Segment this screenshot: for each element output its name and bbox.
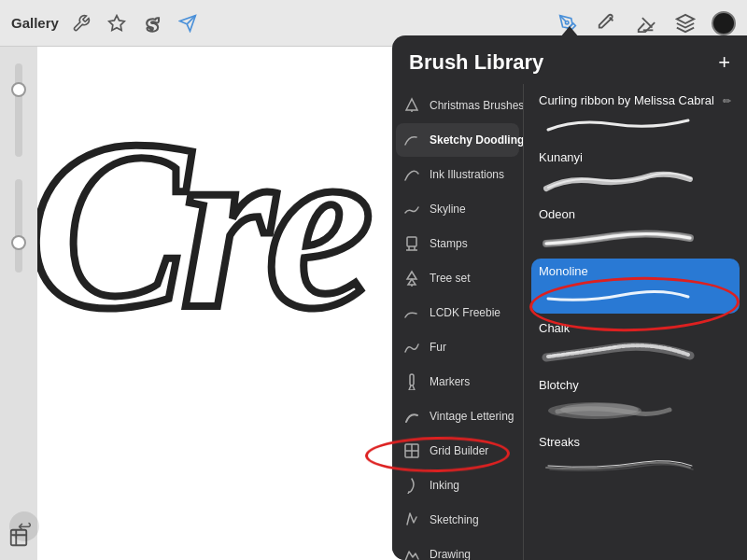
svg-point-3 bbox=[566, 21, 569, 23]
brush-size-slider[interactable] bbox=[15, 63, 22, 157]
markers-label: Markers bbox=[430, 375, 470, 388]
sidebar-item-fur[interactable]: Fur bbox=[396, 330, 519, 364]
drawing-icon bbox=[402, 544, 422, 560]
brush-info-kunanyi: Kunanyi bbox=[539, 150, 732, 194]
ink-icon bbox=[402, 164, 422, 185]
brush-list: Curling ribbon by Melissa Cabral ✏ Kunan… bbox=[524, 84, 747, 560]
toolbar-right bbox=[555, 10, 736, 36]
fur-label: Fur bbox=[430, 341, 446, 354]
ink-label: Ink Illustrations bbox=[430, 168, 504, 181]
sidebar-item-sketching[interactable]: Sketching bbox=[396, 503, 519, 537]
brush-info-curling: Curling ribbon by Melissa Cabral ✏ bbox=[539, 93, 732, 137]
eraser-icon[interactable] bbox=[633, 10, 659, 36]
s-icon[interactable] bbox=[139, 10, 165, 36]
svg-marker-4 bbox=[677, 14, 694, 22]
brush-preview-streaks bbox=[539, 453, 732, 479]
wrench-icon[interactable] bbox=[68, 10, 94, 36]
brush-item-chalk[interactable]: Chalk bbox=[531, 315, 740, 371]
sidebar-item-grid[interactable]: Grid Builder bbox=[396, 434, 519, 468]
sidebar-item-ink[interactable]: Ink Illustrations bbox=[396, 158, 519, 191]
brush-panel-add-button[interactable]: + bbox=[718, 52, 730, 73]
brush-preview-monoline bbox=[539, 282, 732, 308]
grid-icon bbox=[402, 441, 422, 461]
brush-preview-curling bbox=[539, 111, 732, 137]
christmas-icon bbox=[402, 95, 422, 116]
brush-item-kunanyi[interactable]: Kunanyi bbox=[531, 145, 740, 200]
sidebar-item-sketchy[interactable]: Sketchy Doodling bbox=[396, 123, 519, 157]
category-list: Christmas Brushes Sketchy Doodling Ink I… bbox=[392, 84, 523, 560]
skyline-icon bbox=[402, 199, 422, 219]
brush-item-monoline[interactable]: Monoline bbox=[531, 259, 740, 314]
color-picker[interactable] bbox=[712, 11, 736, 35]
brush-preview-odeon bbox=[539, 225, 732, 251]
svg-marker-0 bbox=[109, 15, 125, 30]
brush-info-odeon: Odeon bbox=[539, 207, 732, 251]
sketching-label: Sketching bbox=[430, 513, 479, 526]
lcdk-icon bbox=[402, 302, 422, 323]
svg-rect-7 bbox=[407, 237, 416, 246]
gallery-button[interactable]: Gallery bbox=[11, 15, 59, 31]
sidebar-item-inking[interactable]: Inking bbox=[396, 469, 519, 502]
brush-name-chalk: Chalk bbox=[539, 321, 732, 335]
sidebar-item-markers[interactable]: Markers bbox=[396, 365, 519, 399]
brush-panel-header: Brush Library + bbox=[392, 35, 747, 84]
brush-preview-kunanyi bbox=[539, 168, 732, 194]
lcdk-label: LCDK Freebie bbox=[430, 306, 500, 319]
fur-icon bbox=[402, 337, 422, 357]
grid-label: Grid Builder bbox=[430, 444, 488, 457]
inking-label: Inking bbox=[430, 479, 459, 492]
brush-item-odeon[interactable]: Odeon bbox=[531, 202, 740, 257]
brush-preview-chalk bbox=[539, 339, 732, 365]
inking-icon bbox=[402, 475, 422, 496]
opacity-slider[interactable] bbox=[15, 179, 22, 273]
brush-info-blotchy: Blotchy bbox=[539, 378, 732, 422]
sketchy-icon bbox=[402, 130, 422, 150]
treeset-label: Tree set bbox=[430, 272, 471, 285]
sidebar-item-vintage[interactable]: Vintage Lettering bbox=[396, 399, 519, 433]
brush-name-kunanyi: Kunanyi bbox=[539, 150, 732, 164]
christmas-label: Christmas Brushes bbox=[430, 99, 523, 112]
send-icon[interactable] bbox=[175, 10, 201, 36]
sidebar-item-skyline[interactable]: Skyline bbox=[396, 192, 519, 226]
layers-icon[interactable] bbox=[672, 10, 698, 36]
brush-panel-body: Christmas Brushes Sketchy Doodling Ink I… bbox=[392, 84, 747, 560]
drawing-label: Drawing bbox=[430, 548, 471, 560]
canvas-lettering: Cre bbox=[28, 103, 364, 345]
sketchy-label: Sketchy Doodling bbox=[430, 133, 523, 147]
markers-icon bbox=[402, 371, 422, 392]
brush-panel-title: Brush Library bbox=[409, 50, 543, 75]
brush-item-streaks[interactable]: Streaks bbox=[531, 429, 740, 484]
stamps-label: Stamps bbox=[430, 237, 468, 250]
sidebar-item-lcdk[interactable]: LCDK Freebie bbox=[396, 296, 519, 329]
sidebar-item-christmas[interactable]: Christmas Brushes bbox=[396, 89, 519, 122]
brush-panel: Brush Library + Christmas Brushes Sketch… bbox=[392, 35, 747, 560]
brush-name-odeon: Odeon bbox=[539, 207, 732, 221]
sidebar-item-drawing[interactable]: Drawing bbox=[396, 538, 519, 560]
undo-redo-area: ↩ bbox=[9, 511, 39, 541]
treeset-icon bbox=[402, 268, 422, 288]
brush-name-blotchy: Blotchy bbox=[539, 378, 732, 392]
vintage-label: Vintage Lettering bbox=[430, 410, 514, 423]
sidebar-item-treeset[interactable]: Tree set bbox=[396, 261, 519, 295]
brush-info-chalk: Chalk bbox=[539, 321, 732, 365]
svg-rect-9 bbox=[410, 374, 414, 385]
undo-button[interactable]: ↩ bbox=[9, 511, 39, 541]
sketching-icon bbox=[402, 510, 422, 530]
brush-preview-blotchy bbox=[539, 396, 732, 422]
toolbar-left: Gallery bbox=[11, 10, 555, 36]
vintage-icon bbox=[402, 406, 422, 427]
stamps-icon bbox=[402, 233, 422, 254]
magic-icon[interactable] bbox=[104, 10, 130, 36]
brush-name-monoline: Monoline bbox=[539, 264, 732, 278]
skyline-label: Skyline bbox=[430, 203, 466, 216]
brush-tool-icon[interactable] bbox=[594, 10, 620, 36]
brush-name-streaks: Streaks bbox=[539, 435, 732, 449]
sidebar-item-stamps[interactable]: Stamps bbox=[396, 227, 519, 260]
brush-item-blotchy[interactable]: Blotchy bbox=[531, 372, 740, 427]
brush-item-curling[interactable]: Curling ribbon by Melissa Cabral ✏ bbox=[531, 88, 740, 143]
panel-pointer bbox=[560, 26, 579, 37]
brush-name-curling: Curling ribbon by Melissa Cabral ✏ bbox=[539, 93, 732, 107]
brush-info-monoline: Monoline bbox=[539, 264, 732, 308]
brush-info-streaks: Streaks bbox=[539, 435, 732, 479]
left-sidebar bbox=[0, 47, 37, 560]
